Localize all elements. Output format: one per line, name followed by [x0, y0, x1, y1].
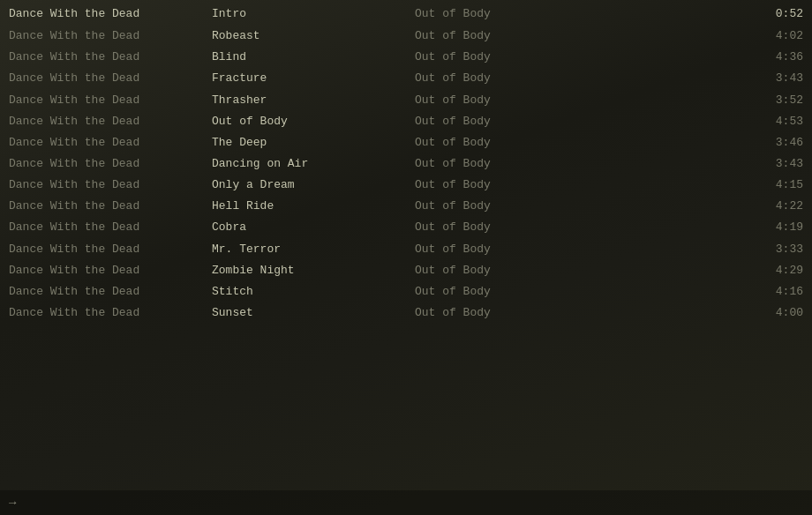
track-title: Cobra: [212, 219, 415, 236]
table-row[interactable]: Dance With the DeadZombie NightOut of Bo…: [0, 260, 812, 281]
track-album: Out of Body: [415, 283, 618, 301]
track-artist: Dance With the Dead: [9, 262, 212, 280]
track-artist: Dance With the Dead: [9, 27, 212, 45]
track-title: Robeast: [212, 27, 415, 45]
table-row[interactable]: Dance With the DeadCobraOut of Body4:19: [0, 217, 812, 238]
track-album: Out of Body: [415, 113, 618, 131]
track-album: Out of Body: [415, 304, 618, 322]
table-row[interactable]: Dance With the DeadDancing on AirOut of …: [0, 153, 812, 175]
track-duration: 4:36: [618, 49, 803, 66]
track-duration: 4:29: [618, 262, 803, 280]
track-album: Out of Body: [415, 219, 618, 236]
track-title: Dancing on Air: [212, 155, 415, 173]
table-row[interactable]: Dance With the DeadMr. TerrorOut of Body…: [0, 239, 812, 260]
track-duration: 4:00: [618, 304, 803, 322]
bottom-bar: →: [0, 490, 812, 515]
track-title: Hell Ride: [212, 198, 415, 215]
track-duration: 4:53: [618, 113, 803, 131]
arrow-icon: →: [9, 496, 16, 510]
track-title: Thrasher: [212, 92, 415, 109]
track-artist: Dance With the Dead: [9, 92, 212, 109]
track-duration: 3:46: [618, 134, 803, 152]
track-title: Stitch: [212, 283, 415, 301]
track-album: Out of Body: [415, 49, 618, 66]
table-row[interactable]: Dance With the DeadThrasherOut of Body3:…: [0, 90, 812, 111]
track-album: Out of Body: [415, 27, 618, 45]
track-artist: Dance With the Dead: [9, 49, 212, 66]
track-album: Out of Body: [415, 134, 618, 152]
track-duration: 4:16: [618, 283, 803, 301]
track-album: Out of Body: [415, 241, 618, 258]
track-artist: Dance With the Dead: [9, 155, 212, 173]
track-artist: Dance With the Dead: [9, 70, 212, 87]
track-duration: 4:19: [618, 219, 803, 236]
track-album: Out of Body: [415, 92, 618, 109]
track-artist: Dance With the Dead: [9, 219, 212, 236]
track-album: Out of Body: [415, 155, 618, 173]
track-duration: 3:52: [618, 92, 803, 109]
track-artist: Dance With the Dead: [9, 241, 212, 258]
track-duration: 3:43: [618, 155, 803, 173]
table-row[interactable]: Dance With the DeadRobeastOut of Body4:0…: [0, 26, 812, 47]
table-row[interactable]: Dance With the DeadStitchOut of Body4:16: [0, 281, 812, 302]
track-artist: Dance With the Dead: [9, 113, 212, 131]
track-list: Dance With the Dead Intro Out of Body 0:…: [0, 0, 812, 324]
track-title: Only a Dream: [212, 176, 415, 194]
header-title: Intro: [212, 5, 415, 23]
track-title: The Deep: [212, 134, 415, 152]
track-duration: 4:15: [618, 176, 803, 194]
track-artist: Dance With the Dead: [9, 176, 212, 194]
track-title: Mr. Terror: [212, 241, 415, 258]
track-album: Out of Body: [415, 70, 618, 87]
track-title: Zombie Night: [212, 262, 415, 280]
track-artist: Dance With the Dead: [9, 304, 212, 322]
table-row[interactable]: Dance With the DeadBlindOut of Body4:36: [0, 47, 812, 68]
track-duration: 4:22: [618, 198, 803, 215]
track-album: Out of Body: [415, 198, 618, 215]
table-row[interactable]: Dance With the DeadFractureOut of Body3:…: [0, 68, 812, 89]
track-artist: Dance With the Dead: [9, 283, 212, 301]
track-duration: 3:33: [618, 241, 803, 258]
track-list-header: Dance With the Dead Intro Out of Body 0:…: [0, 4, 812, 26]
table-row[interactable]: Dance With the DeadOnly a DreamOut of Bo…: [0, 175, 812, 196]
table-row[interactable]: Dance With the DeadSunsetOut of Body4:00: [0, 302, 812, 324]
table-row[interactable]: Dance With the DeadThe DeepOut of Body3:…: [0, 132, 812, 153]
track-album: Out of Body: [415, 262, 618, 280]
header-album: Out of Body: [415, 5, 618, 23]
header-artist: Dance With the Dead: [9, 5, 212, 23]
track-artist: Dance With the Dead: [9, 134, 212, 152]
track-album: Out of Body: [415, 176, 618, 194]
table-row[interactable]: Dance With the DeadHell RideOut of Body4…: [0, 196, 812, 217]
table-row[interactable]: Dance With the DeadOut of BodyOut of Bod…: [0, 111, 812, 132]
track-artist: Dance With the Dead: [9, 198, 212, 215]
track-title: Sunset: [212, 304, 415, 322]
track-title: Out of Body: [212, 113, 415, 131]
track-duration: 4:02: [618, 27, 803, 45]
track-title: Blind: [212, 49, 415, 66]
header-duration: 0:52: [618, 5, 803, 23]
track-duration: 3:43: [618, 70, 803, 87]
track-title: Fracture: [212, 70, 415, 87]
